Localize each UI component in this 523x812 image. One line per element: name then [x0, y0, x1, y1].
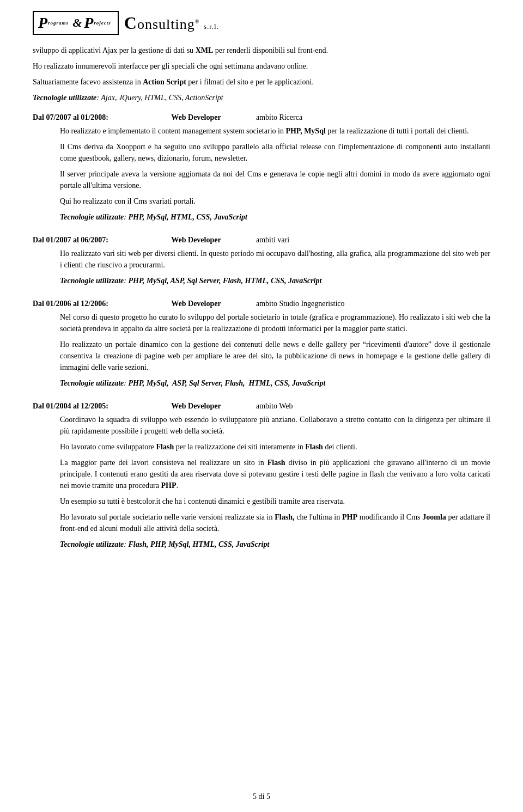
section-1: Dal 07/2007 al 01/2008: Web Developer am… — [33, 113, 490, 223]
logo-area: P rograms & P rojects Consulting® s.r.l. — [33, 11, 490, 35]
logo-p2: P — [84, 14, 94, 32]
section-1-ambito: ambito Ricerca — [256, 113, 302, 122]
section-4-p1: Coordinavo la squadra di sviluppo web es… — [60, 414, 490, 437]
logo-c: C — [124, 13, 137, 33]
section-4-date: Dal 01/2004 al 12/2005: — [33, 402, 147, 411]
page: P rograms & P rojects Consulting® s.r.l.… — [0, 0, 523, 812]
logo-reg: ® — [195, 19, 200, 25]
section-2-tech: Tecnologie utilizzate: PHP, MySql, ASP, … — [60, 275, 490, 286]
section-3-body: Nel corso di questo progetto ho curato l… — [33, 312, 490, 389]
logo-amp: & — [72, 16, 82, 30]
section-4-p5: Ho lavorato sul portale societario nelle… — [60, 511, 490, 534]
logo-consulting: Consulting® s.r.l. — [124, 13, 219, 33]
section-2-role: Web Developer — [147, 236, 245, 245]
section-2-ambito: ambiti vari — [256, 236, 289, 245]
section-2-header: Dal 01/2007 al 06/2007: Web Developer am… — [33, 236, 490, 245]
section-4: Dal 01/2004 al 12/2005: Web Developer am… — [33, 402, 490, 550]
logo-sub2: rojects — [94, 20, 111, 26]
logo-srl: s.r.l. — [204, 22, 219, 30]
section-2-p1: Ho realizzato vari siti web per diversi … — [60, 248, 490, 271]
section-1-date: Dal 07/2007 al 01/2008: — [33, 113, 147, 122]
section-2-date: Dal 01/2007 al 06/2007: — [33, 236, 147, 245]
section-3-p1: Nel corso di questo progetto ho curato l… — [60, 312, 490, 334]
section-4-header: Dal 01/2004 al 12/2005: Web Developer am… — [33, 402, 490, 411]
section-4-tech: Tecnologie utilizzate: Flash, PHP, MySql… — [60, 539, 490, 550]
section-4-ambito: ambito Web — [256, 402, 293, 411]
section-1-role: Web Developer — [147, 113, 245, 122]
section-3-role: Web Developer — [147, 300, 245, 308]
section-1-p3: Il server principale aveva la versione a… — [60, 168, 490, 191]
section-2: Dal 01/2007 al 06/2007: Web Developer am… — [33, 236, 490, 286]
section-4-role: Web Developer — [147, 402, 245, 411]
section-1-header: Dal 07/2007 al 01/2008: Web Developer am… — [33, 113, 490, 122]
section-4-p2: Ho lavorato come sviluppatore Flash per … — [60, 441, 490, 453]
section-4-p3: La maggior parte dei lavori consisteva n… — [60, 457, 490, 491]
section-3-tech: Tecnologie utilizzate: PHP, MySql, ASP, … — [60, 377, 490, 389]
section-3-ambito: ambito Studio Ingegneristico — [256, 300, 345, 308]
intro-content: sviluppo di applicativi Ajax per la gest… — [33, 45, 490, 103]
section-1-body: Ho realizzato e implementato il content … — [33, 125, 490, 223]
intro-tech: Tecnologie utilizzate: Ajax, JQuery, HTM… — [33, 92, 490, 103]
intro-line1: sviluppo di applicativi Ajax per la gest… — [33, 45, 490, 56]
section-3-p2: Ho realizzato un portale dinamico con la… — [60, 339, 490, 373]
section-1-p1: Ho realizzato e implementato il content … — [60, 125, 490, 137]
section-2-body: Ho realizzato vari siti web per diversi … — [33, 248, 490, 286]
section-3-header: Dal 01/2006 al 12/2006: Web Developer am… — [33, 300, 490, 308]
logo-sub1: rograms — [48, 20, 69, 26]
section-4-body: Coordinavo la squadra di sviluppo web es… — [33, 414, 490, 550]
section-4-p4: Un esempio su tutti è bestcolor.it che h… — [60, 496, 490, 507]
section-3: Dal 01/2006 al 12/2006: Web Developer am… — [33, 300, 490, 389]
page-number: 5 di 5 — [253, 792, 270, 801]
section-1-tech: Tecnologie utilizzate: PHP, MySql, HTML,… — [60, 211, 490, 223]
section-1-p4: Qui ho realizzato con il Cms svariati po… — [60, 196, 490, 207]
intro-line3: Saltuariamente facevo assistenza in Acti… — [33, 76, 490, 88]
logo-box: P rograms & P rojects — [33, 11, 119, 35]
section-1-p2: Il Cms deriva da Xoopport e ha seguito u… — [60, 141, 490, 164]
section-3-date: Dal 01/2006 al 12/2006: — [33, 300, 147, 308]
intro-line2: Ho realizzato innumerevoli interfacce pe… — [33, 60, 490, 72]
logo-p1: P — [38, 14, 48, 32]
